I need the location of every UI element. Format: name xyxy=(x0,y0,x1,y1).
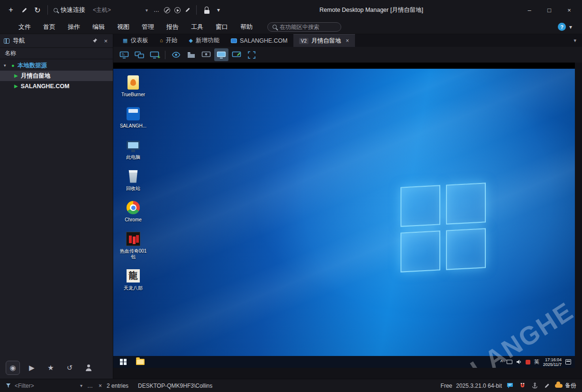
icon-label: 热血传奇001包 xyxy=(118,248,148,260)
fullscreen-button[interactable] xyxy=(245,48,259,61)
edit-entry-button[interactable] xyxy=(18,4,30,16)
action-center-icon[interactable] xyxy=(565,359,571,365)
desktop-icon-game[interactable]: 热血传奇001包 xyxy=(118,231,148,260)
view-button[interactable] xyxy=(169,48,183,61)
monitor-active-icon xyxy=(217,51,226,59)
window-controls: – □ × xyxy=(519,2,579,18)
backup-label: 备份 xyxy=(565,382,576,390)
menu-actions[interactable]: 操作 xyxy=(62,21,86,33)
desktop-icon-trueburner[interactable]: TrueBurner xyxy=(118,74,148,98)
tree-item-session[interactable]: ▶ 月情自留地 xyxy=(0,71,113,81)
chevron-down-icon: ▾ xyxy=(146,8,148,13)
tray-security-icon[interactable] xyxy=(526,360,530,365)
refresh-button[interactable]: ↻ xyxy=(31,4,44,16)
name-column-header[interactable]: 名称 xyxy=(0,47,113,59)
minimize-button[interactable]: – xyxy=(519,2,539,18)
recent-button[interactable]: ↺ xyxy=(63,361,77,375)
titlebar-dropdown-button[interactable]: ▾ xyxy=(214,4,223,16)
menu-view[interactable]: 视图 xyxy=(111,21,136,33)
ime-indicator[interactable]: 英 xyxy=(534,358,539,365)
lock-button[interactable] xyxy=(200,4,213,16)
screenshot-button[interactable] xyxy=(199,48,213,61)
remote-desktop-screen[interactable]: TrueBurner SALANGH... 此电脑 xyxy=(113,69,575,356)
external-window-button[interactable] xyxy=(132,48,146,61)
expander-icon[interactable]: ▾ xyxy=(4,63,9,68)
quick-connect-button[interactable]: 快速连接 xyxy=(52,6,87,14)
open-folder-button[interactable] xyxy=(184,48,198,61)
more-options-button[interactable]: … xyxy=(152,4,161,16)
monitor-tree-icon xyxy=(119,51,129,59)
computer-icon xyxy=(127,141,140,150)
close-panel-button[interactable]: × xyxy=(102,37,109,45)
add-entry-button[interactable]: + xyxy=(5,4,17,16)
new-window-button[interactable]: + xyxy=(147,48,162,61)
menu-home[interactable]: 首页 xyxy=(37,21,62,33)
tab-session-active[interactable]: V2 月情自留地 × xyxy=(293,34,355,47)
filter-icon xyxy=(6,383,11,388)
menu-administration[interactable]: 管理 xyxy=(136,21,160,33)
start-button[interactable] xyxy=(115,356,131,368)
tree-item-salanghe[interactable]: ▶ SALANGHE.COM xyxy=(0,81,113,91)
maximize-button[interactable]: □ xyxy=(539,2,559,18)
feedback-chat-button[interactable] xyxy=(506,383,514,389)
play-icon: ▶ xyxy=(29,364,35,372)
edit-session-button[interactable] xyxy=(229,48,244,61)
desktop-icon-salanghe[interactable]: SALANGH... xyxy=(118,106,148,129)
desktop-icon-chrome[interactable]: Chrome xyxy=(118,200,148,223)
tab-dashboard[interactable]: ▦ 仪表板 xyxy=(117,34,154,47)
opened-sessions-button[interactable]: ▶ xyxy=(25,361,39,375)
separator xyxy=(196,5,197,15)
edit-status-button[interactable] xyxy=(543,383,551,389)
menu-reports[interactable]: 报告 xyxy=(160,21,185,33)
chrome-icon xyxy=(127,201,140,214)
tab-overflow-icon[interactable]: ▾ xyxy=(573,37,576,44)
tray-clock[interactable]: 17:16:04 2025/11/7 xyxy=(543,357,562,367)
filter-input[interactable] xyxy=(15,383,76,389)
magnet-icon xyxy=(519,383,526,389)
menu-tools[interactable]: 工具 xyxy=(185,21,209,33)
pin-panel-button[interactable] xyxy=(91,37,99,45)
datasource-status-icon: ● xyxy=(11,63,15,68)
filter-clear-button[interactable]: × xyxy=(98,383,103,389)
desktop-icon-dragon[interactable]: 龍 天龙八部 xyxy=(118,268,148,291)
remote-session[interactable]: TrueBurner SALANGH... 此电脑 xyxy=(113,63,575,368)
user-button[interactable] xyxy=(82,361,96,375)
filter-more-button[interactable]: … xyxy=(86,383,94,389)
screenshot-icon xyxy=(201,51,211,59)
tab-label: 开始 xyxy=(166,36,178,45)
tab-whats-new[interactable]: ◆ 新增功能 xyxy=(183,34,225,47)
sessions-panel-button[interactable]: ◉ xyxy=(6,361,20,375)
ribbon-collapse-button[interactable]: ▾ xyxy=(566,21,575,33)
menu-help[interactable]: 帮助 xyxy=(234,21,259,33)
quick-edit-button[interactable] xyxy=(183,4,192,16)
menu-window[interactable]: 窗口 xyxy=(209,21,234,33)
close-button[interactable]: × xyxy=(559,2,579,18)
session-list-button[interactable] xyxy=(117,48,131,61)
connect-button[interactable] xyxy=(173,4,182,16)
host-combobox[interactable]: <主机> ▾ xyxy=(90,5,151,15)
desktop-icon-recycle-bin[interactable]: 回收站 xyxy=(118,168,148,191)
target-icon: ◉ xyxy=(9,364,16,372)
salanghe-label: SALANGHE.COM xyxy=(21,83,70,90)
lock-icon xyxy=(204,7,210,14)
ribbon-search-input[interactable] xyxy=(280,24,336,30)
backup-button[interactable]: 备份 xyxy=(555,382,576,390)
help-button[interactable]: ? xyxy=(558,23,566,31)
anchor-icon xyxy=(532,383,538,389)
magnet-button[interactable] xyxy=(518,383,527,389)
menu-edit[interactable]: 编辑 xyxy=(86,21,111,33)
anchor-button[interactable] xyxy=(530,383,539,389)
tab-salanghe[interactable]: SALANGHE.COM xyxy=(225,34,293,47)
display-mode-button[interactable] xyxy=(214,48,228,61)
backup-cloud-icon xyxy=(555,384,563,388)
desktop-icon-this-pc[interactable]: 此电脑 xyxy=(118,137,148,160)
file-explorer-button[interactable] xyxy=(132,356,148,368)
tab-start[interactable]: ⌂ 开始 xyxy=(154,34,183,47)
disconnect-button[interactable] xyxy=(162,4,172,16)
menu-file[interactable]: 文件 xyxy=(12,21,37,33)
tree-item-datasource[interactable]: ▾ ● 本地数据源 xyxy=(0,60,113,71)
close-tab-icon[interactable]: × xyxy=(346,37,349,44)
favorites-button[interactable]: ★ xyxy=(44,361,58,375)
rdp-icon xyxy=(231,38,237,43)
filter-chevron-icon[interactable]: ▾ xyxy=(80,383,82,388)
